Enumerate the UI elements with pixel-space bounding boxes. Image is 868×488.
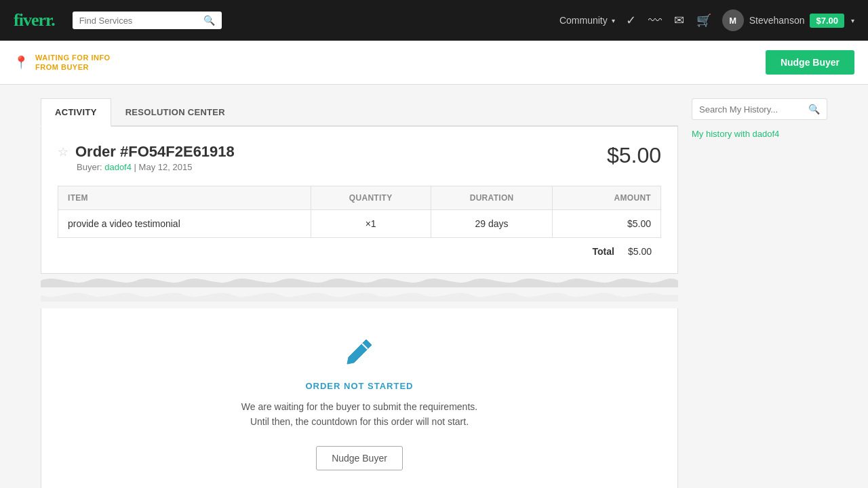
history-search-icon: 🔍 — [808, 104, 820, 115]
order-header: ☆ Order #FO54F2E61918 Buyer: dadof4 | Ma… — [58, 143, 661, 172]
nudge-buyer-button[interactable]: Nudge Buyer — [766, 50, 854, 75]
wavy-divider — [41, 274, 678, 287]
tabs: ACTIVITY RESOLUTION CENTER — [41, 98, 678, 127]
order-price: $5.00 — [607, 143, 661, 168]
order-status-card: ORDER NOT STARTED We are waiting for the… — [41, 308, 678, 488]
history-search-input[interactable] — [699, 104, 804, 115]
order-title-row: ☆ Order #FO54F2E61918 — [58, 143, 235, 161]
order-not-started-label: ORDER NOT STARTED — [58, 381, 661, 391]
status-description: We are waiting for the buyer to submit t… — [58, 399, 661, 430]
username: Stevehanson — [749, 15, 805, 26]
status-desc-line2: Until then, the countdown for this order… — [250, 416, 469, 427]
order-card: ☆ Order #FO54F2E61918 Buyer: dadof4 | Ma… — [41, 127, 678, 274]
location-icon: 📍 — [14, 55, 28, 70]
user-menu[interactable]: M Stevehanson $7.00 ▾ — [722, 9, 854, 31]
right-column: 🔍 My history with dadof4 — [692, 98, 827, 488]
search-input[interactable] — [79, 16, 199, 26]
total-label: Total — [593, 246, 614, 257]
buyer-link[interactable]: dadof4 — [104, 162, 132, 172]
fiverr-logo[interactable]: fiverr. — [14, 10, 55, 30]
navbar: fiverr. 🔍 Community ▾ ✓ 〰 ✉ 🛒 M Stevehan… — [0, 0, 868, 41]
check-icon[interactable]: ✓ — [626, 13, 636, 28]
cart-icon[interactable]: 🛒 — [696, 13, 711, 28]
community-menu[interactable]: Community ▾ — [559, 15, 615, 26]
chart-icon[interactable]: 〰 — [648, 13, 662, 28]
mail-icon[interactable]: ✉ — [674, 13, 684, 28]
search-icon: 🔍 — [203, 15, 215, 26]
meta-separator: | — [134, 162, 139, 172]
history-search-box[interactable]: 🔍 — [692, 98, 827, 120]
total-value: $5.00 — [628, 246, 652, 257]
main-container: ACTIVITY RESOLUTION CENTER ☆ Order #FO54… — [27, 85, 841, 488]
row-amount: $5.00 — [553, 210, 661, 238]
left-column: ACTIVITY RESOLUTION CENTER ☆ Order #FO54… — [41, 98, 678, 488]
row-duration: 29 days — [431, 210, 552, 238]
order-date: May 12, 2015 — [139, 162, 193, 172]
status-desc-line1: We are waiting for the buyer to submit t… — [241, 401, 477, 412]
table-row: provide a video testimonial ×1 29 days $… — [58, 210, 661, 238]
order-meta: Buyer: dadof4 | May 12, 2015 — [77, 162, 235, 172]
row-item: provide a video testimonial — [58, 210, 311, 238]
chevron-down-icon: ▾ — [612, 17, 615, 24]
col-header-amount: AMOUNT — [553, 186, 661, 210]
buyer-label: Buyer: — [77, 162, 102, 172]
navbar-icons: ✓ 〰 ✉ 🛒 — [626, 13, 711, 28]
balance-badge: $7.00 — [810, 14, 844, 28]
tab-activity[interactable]: ACTIVITY — [41, 98, 111, 127]
logo-dot: . — [51, 10, 55, 30]
col-header-item: ITEM — [58, 186, 311, 210]
pencil-icon — [58, 336, 661, 374]
user-chevron-icon: ▾ — [851, 17, 854, 24]
avatar: M — [722, 9, 744, 31]
logo-text: fiverr — [14, 10, 51, 30]
history-link[interactable]: My history with dadof4 — [692, 129, 779, 139]
row-quantity: ×1 — [311, 210, 431, 238]
status-text-block: WAITING FOR INFO FROM BUYER — [35, 53, 111, 73]
order-table: ITEM QUANTITY DURATION AMOUNT provide a … — [58, 186, 661, 238]
wavy-divider-2 — [41, 288, 678, 302]
status-bar: 📍 WAITING FOR INFO FROM BUYER Nudge Buye… — [0, 41, 868, 85]
total-row: Total $5.00 — [58, 238, 661, 257]
nudge-buyer-card-button[interactable]: Nudge Buyer — [316, 446, 403, 470]
status-line1: WAITING FOR INFO — [35, 53, 111, 62]
order-title: Order #FO54F2E61918 — [75, 143, 235, 161]
col-header-duration: DURATION — [431, 186, 552, 210]
star-icon[interactable]: ☆ — [58, 144, 68, 159]
status-left: 📍 WAITING FOR INFO FROM BUYER — [14, 53, 111, 73]
col-header-quantity: QUANTITY — [311, 186, 431, 210]
status-line2: FROM BUYER — [35, 62, 111, 72]
search-box[interactable]: 🔍 — [73, 12, 222, 29]
tab-resolution-center[interactable]: RESOLUTION CENTER — [111, 98, 239, 125]
community-label: Community — [559, 15, 608, 26]
